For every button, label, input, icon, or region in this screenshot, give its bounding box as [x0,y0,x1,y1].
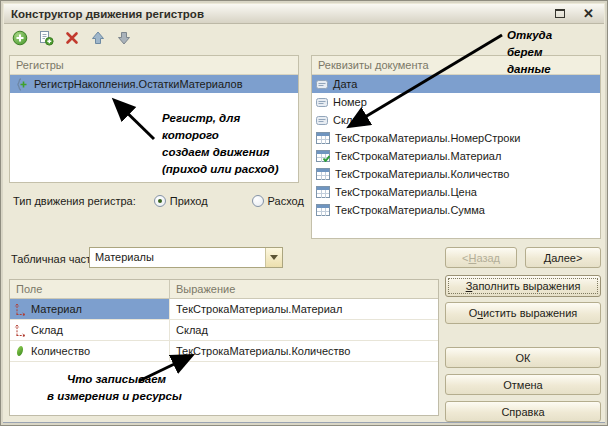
up-arrow-icon [90,30,106,46]
attribute-label: Склад [333,114,365,126]
registers-panel-header: Регистры [10,56,298,75]
attribute-icon [316,80,328,89]
attribute-list-item[interactable]: Дата [312,75,600,93]
annotation-source: Откуда берем данные [507,27,552,78]
field-cell[interactable]: Количество [10,341,170,361]
attribute-list-item[interactable]: ТекСтрокаМатериалы.Материал [312,147,600,165]
attribute-label: ТекСтрокаМатериалы.Сумма [335,204,485,216]
tabular-section-label: Табличная часть: [11,253,100,265]
tabular-field-icon [316,186,330,198]
attribute-icon [316,98,328,107]
table-row[interactable]: Склад Склад [10,320,438,341]
add-document-button[interactable] [37,29,54,46]
attribute-label: Дата [333,78,357,90]
attribute-list-item[interactable]: ТекСтрокаМатериалы.НомерСтроки [312,129,600,147]
field-label: Материал [31,303,82,315]
chevron-down-icon [270,255,278,260]
annotation-line: создаем движения [162,144,278,161]
annotation-line: Откуда [507,27,552,44]
annotation-register: Регистр, для которого создаем движения (… [162,110,278,178]
add-icon [12,30,28,46]
document-attributes-panel: Реквизиты документа Дата Номер Склад Тек… [311,55,601,239]
column-header-field: Поле [10,280,170,298]
expression-cell[interactable]: ТекСтрокаМатериалы.Материал [170,299,438,319]
titlebar[interactable]: Конструктор движения регистров ✕ [4,4,604,24]
annotation-line: (приход или расход) [162,161,278,178]
annotation-line: в измерения и ресурсы [47,388,182,405]
maximize-icon [555,9,565,18]
close-icon: ✕ [583,7,594,20]
attribute-label: ТекСтрокаМатериалы.Количество [335,168,509,180]
resource-icon [14,344,26,358]
tabular-field-icon [316,168,330,180]
dimension-icon [14,323,26,337]
annotation-line: берем [507,44,552,61]
attribute-label: ТекСтрокаМатериалы.Материал [335,150,501,162]
combobox-value: Материалы [90,248,265,267]
delete-icon [64,30,80,46]
attribute-list-item[interactable]: ТекСтрокаМатериалы.Сумма [312,201,600,219]
attribute-label: ТекСтрокаМатериалы.НомерСтроки [335,132,520,144]
table-row[interactable]: Количество ТекСтрокаМатериалы.Количество [10,341,438,362]
next-button[interactable]: Далее> [525,247,601,268]
expression-label: ТекСтрокаМатериалы.Количество [176,345,350,357]
radio-rashod-label: Расход [268,195,304,207]
expression-cell[interactable]: Склад [170,320,438,340]
register-movement-constructor-window: Конструктор движения регистров ✕ [0,0,608,426]
register-item-label: РегистрНакопления.ОстаткиМатериалов [34,78,243,90]
tabular-section-combobox[interactable]: Материалы [89,247,283,268]
close-button[interactable]: ✕ [580,5,597,22]
window-title: Конструктор движения регистров [11,8,204,20]
field-label: Склад [31,324,63,336]
add-button[interactable] [11,29,28,46]
down-arrow-icon [116,30,132,46]
annotation-line: которого [162,127,278,144]
clear-expressions-button[interactable]: Очистить выражения [445,302,601,324]
fill-expressions-button[interactable]: Заполнить выражения [445,275,601,297]
attribute-label: Номер [333,96,367,108]
attribute-list-item[interactable]: ТекСтрокаМатериалы.Количество [312,165,600,183]
move-up-button[interactable] [89,29,106,46]
field-label: Количество [31,345,90,357]
expression-label: Склад [176,324,208,336]
toolbar [11,29,132,46]
register-list-item[interactable]: РегистрНакопления.ОстаткиМатериалов [10,75,298,93]
cancel-button[interactable]: Отмена [445,374,601,395]
annotation-line: данные [507,61,552,78]
table-header: Поле Выражение [10,280,438,299]
accumulation-register-icon [14,77,29,92]
attribute-list-item[interactable]: Номер [312,93,600,111]
radio-icon [154,195,166,207]
delete-button[interactable] [63,29,80,46]
help-button[interactable]: Справка [445,401,601,422]
combobox-dropdown-button[interactable] [265,248,282,267]
annotation-line: Что записываем [67,371,182,388]
tabular-field-icon [316,204,330,216]
field-cell[interactable]: Склад [10,320,170,340]
dimension-icon [14,302,26,316]
attribute-icon [316,116,328,125]
expression-label: ТекСтрокаМатериалы.Материал [176,303,342,315]
add-document-icon [38,30,54,46]
radio-prihod-label: Приход [170,195,208,207]
tabular-field-icon [316,132,330,144]
annotation-line: Регистр, для [162,110,278,127]
tabular-field-checked-icon [316,150,330,162]
column-header-expression: Выражение [170,280,438,298]
expression-cell[interactable]: ТекСтрокаМатериалы.Количество [170,341,438,361]
radio-prihod[interactable]: Приход [154,195,208,207]
attribute-label: ТекСтрокаМатериалы.Цена [335,186,477,198]
move-down-button[interactable] [115,29,132,46]
annotation-write: Что записываем в измерения и ресурсы [67,371,182,405]
movement-type-row: Тип движения регистра: Приход Расход [13,195,304,207]
table-row[interactable]: Материал ТекСтрокаМатериалы.Материал [10,299,438,320]
back-button[interactable]: <Назад [445,247,517,268]
attribute-list-item[interactable]: ТекСтрокаМатериалы.Цена [312,183,600,201]
attribute-list-item[interactable]: Склад [312,111,600,129]
movement-type-label: Тип движения регистра: [13,195,136,207]
field-cell[interactable]: Материал [10,299,170,319]
ok-button[interactable]: ОК [445,347,601,368]
maximize-button[interactable] [551,5,568,22]
radio-rashod[interactable]: Расход [252,195,304,207]
radio-icon [252,195,264,207]
